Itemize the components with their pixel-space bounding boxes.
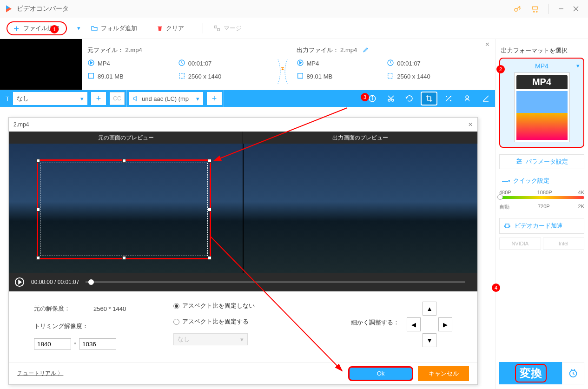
annotation-badge-3: 3	[361, 93, 369, 101]
output-format-name: MP4	[535, 62, 548, 70]
merge-icon	[213, 25, 221, 32]
trim-height-input[interactable]	[79, 338, 116, 349]
aspect-lock-radio[interactable]: アスペクト比を固定する	[173, 317, 249, 326]
audio-value: und aac (LC) (mp	[142, 95, 189, 102]
aspect-ratio-select: なし▾	[173, 333, 248, 345]
nudge-left-button[interactable]: ◀	[407, 317, 421, 331]
crop-rectangle[interactable]	[37, 159, 211, 259]
enhance-button[interactable]	[476, 90, 495, 107]
crop-handle[interactable]	[36, 256, 40, 260]
audio-track-select[interactable]: und aac (LC) (mp ▾	[129, 92, 203, 105]
seek-knob[interactable]	[88, 279, 94, 285]
output-preview	[243, 144, 477, 273]
seek-bar[interactable]	[86, 281, 465, 283]
preview-head-src: 元の画面のプレビュー	[9, 132, 243, 144]
crop-handle[interactable]	[208, 208, 211, 211]
remove-file-button[interactable]: ✕	[483, 39, 495, 90]
merge-button: マージ	[208, 21, 247, 35]
merge-label: マージ	[224, 24, 242, 33]
plus-icon: ＋	[12, 23, 20, 34]
dst-duration: 00:01:07	[397, 60, 421, 67]
dialog-close-button[interactable]: ✕	[468, 121, 473, 128]
orig-res-label: 元の解像度：	[34, 304, 93, 313]
svg-point-23	[372, 97, 373, 98]
effects-button[interactable]	[439, 90, 458, 107]
clock-icon	[178, 59, 185, 68]
crop-handle[interactable]	[36, 159, 40, 163]
crop-handle[interactable]	[36, 208, 40, 211]
fine-adjust-label: 細かく調整する：	[351, 318, 399, 327]
rotate-button[interactable]	[400, 90, 419, 107]
add-audio-button[interactable]: +	[207, 92, 222, 105]
play-button[interactable]	[14, 277, 25, 287]
add-folder-label: フォルダ追加	[101, 24, 137, 33]
clear-label: クリア	[166, 24, 184, 33]
cancel-button[interactable]: キャンセル	[418, 366, 469, 381]
svg-rect-8	[215, 26, 217, 28]
caret-down-icon: ▾	[196, 95, 199, 102]
param-settings-button[interactable]: パラメータ設定	[499, 154, 584, 169]
nudge-right-button[interactable]: ▶	[438, 317, 452, 331]
nudge-down-button[interactable]: ▼	[423, 333, 436, 347]
src-format: MP4	[98, 60, 110, 67]
add-subtitle-button[interactable]: +	[91, 92, 106, 105]
folder-icon	[91, 25, 98, 32]
edit-filename-icon[interactable]	[363, 46, 369, 54]
trash-icon	[157, 25, 163, 32]
titlebar: ビデオコンバータ	[0, 0, 588, 18]
svg-rect-9	[218, 28, 220, 31]
nudge-up-button[interactable]: ▲	[423, 302, 436, 316]
src-resolution: 2560 x 1440	[188, 73, 222, 80]
aspect-free-radio[interactable]: アスペクト比を固定しない	[173, 302, 255, 310]
svg-marker-11	[91, 61, 92, 64]
svg-rect-14	[179, 73, 184, 78]
gpu-accel-button[interactable]: ビデオカード加速	[499, 218, 584, 234]
crop-dialog: 2.mp4 ✕ 元の画面のプレビュー 出力画面のプレビュー	[8, 117, 478, 385]
arrow-pad: ▲ ◀▶ ▼	[407, 302, 452, 347]
close-button[interactable]	[568, 1, 583, 16]
watermark-button[interactable]	[458, 90, 476, 107]
right-panel: 出力フォーマットを選択 ▾ MP4 MP4 パラメータ設定 —•クイック設定 4…	[495, 39, 588, 389]
file-card: 元ファイル： 2.mp4 MP4 00:01:07 89.01 MB 2560 …	[0, 39, 495, 90]
source-preview[interactable]	[9, 144, 243, 273]
convert-button[interactable]: 変換	[499, 362, 562, 384]
svg-point-4	[536, 11, 537, 12]
format-thumbnail: MP4	[514, 73, 570, 142]
tutorial-link[interactable]: チュートリアル 〉	[17, 369, 63, 377]
crop-handle[interactable]	[122, 256, 126, 260]
svg-point-26	[446, 96, 447, 97]
crop-handle[interactable]	[208, 159, 211, 163]
minimize-button[interactable]	[554, 1, 568, 16]
caret-down-icon: ▾	[576, 62, 580, 69]
conversion-arrow-icon	[274, 39, 291, 90]
quick-settings-title: —•クイック設定	[499, 177, 584, 185]
speaker-icon	[132, 95, 139, 102]
caret-down-icon: ▾	[80, 95, 84, 102]
crop-handle[interactable]	[122, 159, 126, 163]
schedule-button[interactable]	[562, 362, 584, 384]
trim-width-input[interactable]	[34, 338, 71, 349]
nvidia-badge: NVIDIA	[499, 237, 541, 250]
add-folder-button[interactable]: フォルダ追加	[85, 21, 143, 35]
cart-icon[interactable]	[530, 4, 540, 14]
quality-slider[interactable]	[499, 196, 584, 199]
subtitle-select[interactable]: なし ▾	[13, 92, 87, 105]
ok-button[interactable]: Ok	[348, 366, 413, 381]
slider-knob[interactable]	[497, 194, 503, 200]
aspect-lock-label: アスペクト比を固定する	[182, 317, 249, 326]
src-header: 元ファイル： 2.mp4	[87, 46, 142, 54]
crop-button[interactable]	[421, 92, 437, 105]
svg-point-27	[450, 100, 451, 101]
trim-res-label: トリミング解像度：	[34, 322, 93, 330]
output-format-selector[interactable]: ▾ MP4 MP4	[499, 58, 584, 148]
svg-point-28	[450, 96, 451, 97]
crop-handle[interactable]	[208, 256, 211, 260]
dst-format: MP4	[307, 60, 319, 67]
cut-button[interactable]	[382, 90, 400, 107]
format-badge: MP4	[516, 75, 568, 89]
cc-button[interactable]: CC	[110, 92, 125, 105]
clear-button[interactable]: クリア	[151, 21, 190, 35]
add-file-caret-icon[interactable]: ▾	[77, 25, 80, 32]
annotation-badge-2: 2	[496, 65, 505, 73]
key-icon[interactable]	[512, 4, 522, 14]
